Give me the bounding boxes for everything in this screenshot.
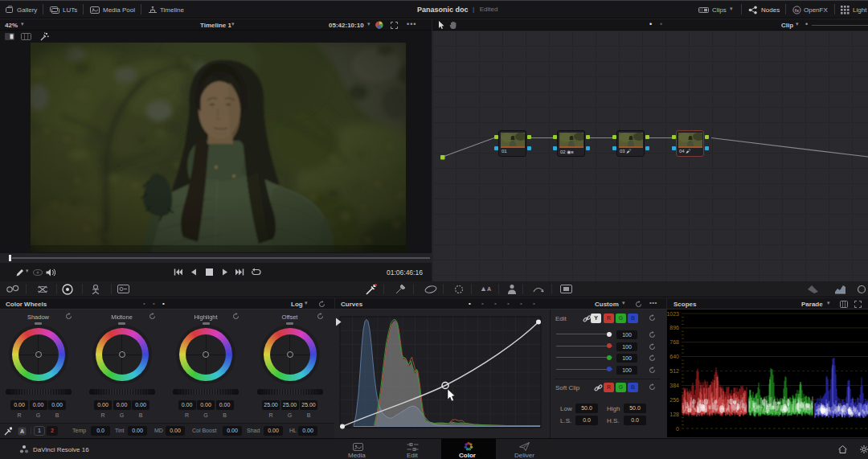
svg-text:384: 384 bbox=[669, 383, 679, 388]
svg-text:896: 896 bbox=[669, 325, 679, 330]
svg-text:512: 512 bbox=[669, 368, 679, 374]
svg-text:640: 640 bbox=[669, 354, 679, 359]
svg-text:256: 256 bbox=[669, 397, 679, 403]
svg-text:0: 0 bbox=[676, 426, 679, 432]
svg-text:768: 768 bbox=[669, 339, 679, 345]
svg-text:128: 128 bbox=[669, 412, 679, 417]
svg-text:A: A bbox=[20, 428, 24, 434]
svg-text:1023: 1023 bbox=[667, 311, 679, 317]
svg-text:fx: fx bbox=[795, 7, 800, 13]
